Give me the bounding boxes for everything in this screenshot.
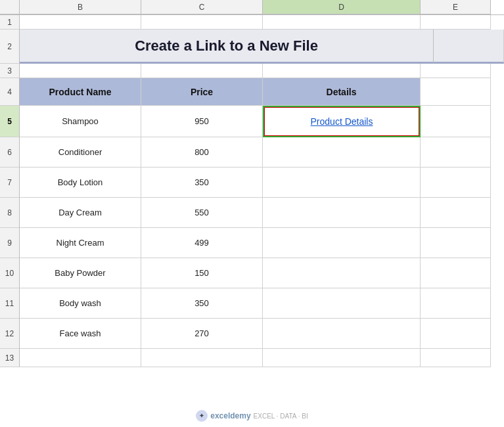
row-num-3: 3	[0, 64, 20, 78]
cell-b3	[20, 64, 141, 78]
row-9: 9 Night Cream 499	[0, 228, 504, 258]
cell-e12	[421, 319, 491, 349]
cell-b1	[20, 15, 141, 30]
rows-container: 1 2 Create a Link to a New File 3 4	[0, 15, 504, 427]
cell-b13	[20, 349, 141, 367]
cell-c3	[141, 64, 263, 78]
watermark: ✦ exceldemy EXCEL · DATA · BI	[0, 410, 504, 422]
row-6: 6 Conditioner 800	[0, 137, 504, 168]
cell-b8: Day Cream	[20, 198, 141, 228]
cell-e9	[421, 228, 491, 258]
cell-e13	[421, 349, 491, 367]
corner-cell	[0, 0, 20, 14]
watermark-logo-icon: ✦	[196, 410, 208, 422]
cell-e2	[434, 30, 504, 64]
watermark-subtitle: EXCEL · DATA · BI	[254, 413, 308, 420]
col-header-e: E	[421, 0, 491, 14]
cell-c13	[141, 349, 263, 367]
cell-e7	[421, 168, 491, 198]
row-num-11: 11	[0, 288, 20, 319]
cell-d12	[263, 319, 421, 349]
row-num-10: 10	[0, 258, 20, 288]
cell-b12: Face wash	[20, 319, 141, 349]
row-7: 7 Body Lotion 350	[0, 168, 504, 198]
cell-d13	[263, 349, 421, 367]
cell-c9: 499	[141, 228, 263, 258]
row-1: 1	[0, 15, 504, 30]
spreadsheet: B C D E 1 2 Create a Link to a New File	[0, 0, 504, 427]
column-headers: B C D E	[0, 0, 504, 15]
cell-e3	[421, 64, 491, 78]
cell-d6	[263, 137, 421, 168]
cell-b10: Baby Powder	[20, 258, 141, 288]
row-num-12: 12	[0, 319, 20, 349]
cell-e6	[421, 137, 491, 168]
cell-c1	[141, 15, 263, 30]
row-11: 11 Body wash 350	[0, 288, 504, 319]
title-cell: Create a Link to a New File	[20, 30, 434, 64]
row-10: 10 Baby Powder 150	[0, 258, 504, 288]
row-num-7: 7	[0, 168, 20, 198]
cell-c10: 150	[141, 258, 263, 288]
cell-c6: 800	[141, 137, 263, 168]
cell-e1	[421, 15, 491, 30]
row-num-2: 2	[0, 30, 20, 64]
row-num-4: 4	[0, 78, 20, 106]
cell-c8: 550	[141, 198, 263, 228]
cell-b11: Body wash	[20, 288, 141, 319]
col-header-d: D	[263, 0, 421, 14]
col-header-c: C	[141, 0, 263, 14]
cell-b7: Body Lotion	[20, 168, 141, 198]
row-4-header: 4 Product Name Price Details	[0, 78, 504, 106]
row-num-1: 1	[0, 15, 20, 30]
cell-d5-link[interactable]: Product Details	[263, 106, 421, 137]
cell-b6: Conditioner	[20, 137, 141, 168]
cell-e11	[421, 288, 491, 319]
cell-c12: 270	[141, 319, 263, 349]
cell-b5: Shampoo	[20, 106, 141, 137]
cell-d7	[263, 168, 421, 198]
row-num-9: 9	[0, 228, 20, 258]
product-details-link[interactable]: Product Details	[311, 116, 373, 127]
cell-c4-header: Price	[141, 78, 263, 106]
cell-c11: 350	[141, 288, 263, 319]
cell-d3	[263, 64, 421, 78]
cell-d9	[263, 228, 421, 258]
cell-b4-header: Product Name	[20, 78, 141, 106]
row-8: 8 Day Cream 550	[0, 198, 504, 228]
row-2: 2 Create a Link to a New File	[0, 30, 504, 64]
cell-e5	[421, 106, 491, 137]
cell-c5: 950	[141, 106, 263, 137]
cell-d10	[263, 258, 421, 288]
row-3: 3	[0, 64, 504, 78]
cell-e4	[421, 78, 491, 106]
row-num-8: 8	[0, 198, 20, 228]
row-num-6: 6	[0, 137, 20, 168]
row-13: 13	[0, 349, 504, 367]
watermark-text: exceldemy	[210, 411, 250, 420]
cell-e10	[421, 258, 491, 288]
cell-d1	[263, 15, 421, 30]
row-num-13: 13	[0, 349, 20, 367]
row-5: 5 Shampoo 950 Product Details	[0, 106, 504, 137]
cell-c7: 350	[141, 168, 263, 198]
cell-d11	[263, 288, 421, 319]
cell-d4-header: Details	[263, 78, 421, 106]
cell-e8	[421, 198, 491, 228]
row-12: 12 Face wash 270	[0, 319, 504, 349]
row-num-5: 5	[0, 106, 20, 137]
cell-d8	[263, 198, 421, 228]
cell-b9: Night Cream	[20, 228, 141, 258]
col-header-b: B	[20, 0, 141, 14]
